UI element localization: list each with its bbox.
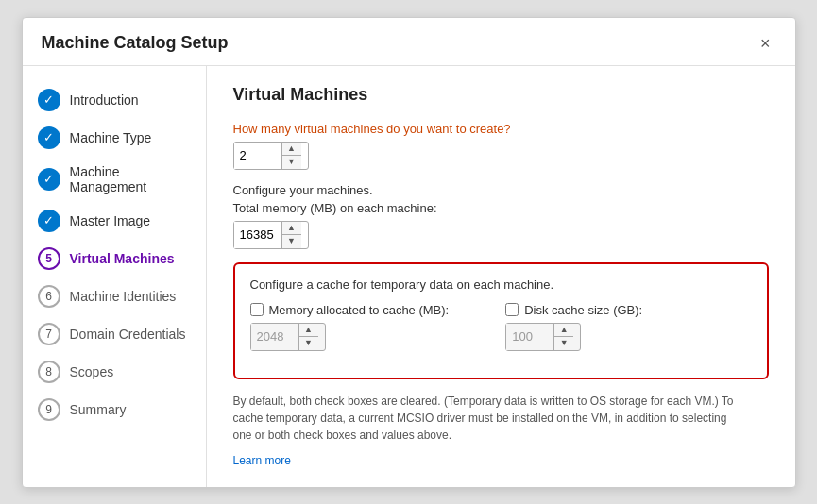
memory-cache-down[interactable]: ▼ [299,337,318,350]
dialog-header: Machine Catalog Setup × [23,18,795,66]
memory-cache-spinner[interactable]: ▲ ▼ [250,323,326,351]
disk-cache-spinner[interactable]: ▲ ▼ [505,323,581,351]
step-circle: 7 [38,323,60,345]
sidebar-item-scopes[interactable]: 8Scopes [23,353,206,391]
step-circle: ✓ [38,126,60,149]
vm-count-up[interactable]: ▲ [282,143,301,156]
sidebar-item-domain-credentials[interactable]: 7Domain Credentials [23,315,206,353]
step-circle: 6 [38,285,60,308]
step-circle: ✓ [38,89,60,111]
sidebar-item-machine-type[interactable]: ✓Machine Type [23,119,206,157]
memory-cache-spinner-buttons: ▲ ▼ [298,324,318,350]
disk-cache-checkbox-row: Disk cache size (GB): [505,303,642,317]
memory-cache-input[interactable] [251,324,298,350]
disk-cache-label: Disk cache size (GB): [524,303,642,317]
sidebar-item-summary[interactable]: 9Summary [23,391,206,428]
memory-spinner[interactable]: ▲ ▼ [233,221,309,249]
disk-cache-spinner-buttons: ▲ ▼ [553,324,573,350]
disk-cache-checkbox[interactable] [505,303,519,316]
memory-cache-label: Memory allocated to cache (MB): [269,303,450,317]
sidebar-item-introduction[interactable]: ✓Introduction [23,81,206,119]
learn-more-link[interactable]: Learn more [233,454,291,467]
sidebar-item-label: Machine Type [70,130,152,145]
sidebar: ✓Introduction✓Machine Type✓Machine Manag… [23,66,207,487]
step-circle: 5 [38,247,60,270]
machine-catalog-dialog: Machine Catalog Setup × ✓Introduction✓Ma… [22,17,796,488]
memory-cache-checkbox-row: Memory allocated to cache (MB): [250,303,450,317]
sidebar-item-machine-identities[interactable]: 6Machine Identities [23,277,206,315]
hint-text: By default, both check boxes are cleared… [233,393,743,444]
memory-input[interactable] [234,222,281,248]
checkmark-icon: ✓ [43,172,54,186]
memory-spinner-buttons: ▲ ▼ [281,222,301,248]
disk-cache-field: Disk cache size (GB): ▲ ▼ [505,303,642,364]
vm-count-label: How many virtual machines do you want to… [233,122,769,136]
sidebar-item-machine-management[interactable]: ✓Machine Management [23,157,206,202]
configure-label: Configure your machines. [233,183,769,197]
cache-fields-row: Memory allocated to cache (MB): ▲ ▼ [250,303,752,364]
sidebar-item-label: Introduction [70,92,139,108]
vm-count-down[interactable]: ▼ [282,156,301,169]
sidebar-item-label: Machine Management [70,164,191,194]
memory-cache-up[interactable]: ▲ [299,324,318,337]
memory-cache-checkbox[interactable] [250,303,264,316]
dialog-body: ✓Introduction✓Machine Type✓Machine Manag… [23,66,795,487]
checkmark-icon: ✓ [43,130,54,144]
memory-down[interactable]: ▼ [282,235,301,248]
close-button[interactable]: × [755,33,776,54]
vm-count-input[interactable] [234,143,281,169]
disk-cache-up[interactable]: ▲ [554,324,573,337]
step-circle: ✓ [38,210,60,232]
main-content: Virtual Machines How many virtual machin… [207,66,795,487]
step-circle: 9 [38,398,60,421]
vm-count-spinner[interactable]: ▲ ▼ [233,142,309,170]
disk-cache-down[interactable]: ▼ [554,337,573,350]
sidebar-item-virtual-machines[interactable]: 5Virtual Machines [23,240,206,277]
sidebar-item-label: Master Image [70,213,151,228]
sidebar-item-label: Scopes [70,364,114,379]
sidebar-item-label: Machine Identities [70,289,177,304]
dialog-title: Machine Catalog Setup [42,33,229,53]
checkmark-icon: ✓ [43,213,54,227]
memory-cache-field: Memory allocated to cache (MB): ▲ ▼ [250,303,450,364]
checkmark-icon: ✓ [43,92,54,107]
step-circle: 8 [38,361,60,383]
sidebar-item-label: Summary [70,402,127,417]
page-title: Virtual Machines [233,85,769,105]
vm-count-spinner-buttons: ▲ ▼ [281,143,301,169]
sidebar-item-master-image[interactable]: ✓Master Image [23,202,206,240]
disk-cache-input[interactable] [506,324,553,350]
step-circle: ✓ [38,168,60,191]
memory-label: Total memory (MB) on each machine: [233,201,769,215]
cache-box: Configure a cache for temporary data on … [233,262,769,379]
cache-box-title: Configure a cache for temporary data on … [250,277,752,292]
sidebar-item-label: Virtual Machines [70,251,175,266]
sidebar-item-label: Domain Credentials [70,327,186,342]
memory-up[interactable]: ▲ [282,222,301,235]
